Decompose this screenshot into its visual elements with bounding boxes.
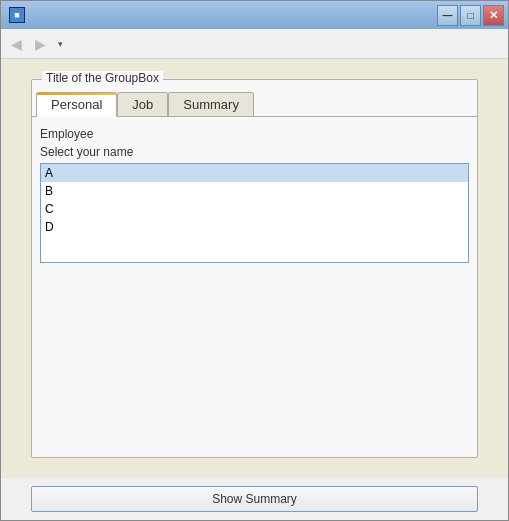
tab-active-indicator: [37, 93, 116, 95]
select-name-label: Select your name: [40, 145, 469, 159]
close-button[interactable]: ✕: [483, 5, 504, 26]
minimize-button[interactable]: —: [437, 5, 458, 26]
tab-job[interactable]: Job: [117, 92, 168, 116]
tab-content-personal: Employee Select your name A B C D: [32, 117, 477, 457]
maximize-button[interactable]: □: [460, 5, 481, 26]
list-item[interactable]: D: [41, 218, 468, 236]
groupbox-title: Title of the GroupBox: [42, 71, 163, 85]
employee-label: Employee: [40, 127, 469, 141]
back-button[interactable]: ◀: [5, 33, 27, 55]
name-listbox[interactable]: A B C D: [40, 163, 469, 263]
list-item[interactable]: A: [41, 164, 468, 182]
button-bar: Show Summary: [1, 478, 508, 520]
window: ■ — □ ✕ ◀ ▶ ▾ Title of the GroupBox Pers…: [0, 0, 509, 521]
list-item[interactable]: C: [41, 200, 468, 218]
title-bar: ■ — □ ✕: [1, 1, 508, 29]
show-summary-button[interactable]: Show Summary: [31, 486, 478, 512]
groupbox: Title of the GroupBox Personal Job Summa…: [31, 79, 478, 458]
tab-personal[interactable]: Personal: [36, 92, 117, 117]
list-item[interactable]: B: [41, 182, 468, 200]
tab-summary[interactable]: Summary: [168, 92, 254, 116]
content-area: Title of the GroupBox Personal Job Summa…: [1, 59, 508, 478]
nav-dropdown-button[interactable]: ▾: [53, 33, 67, 55]
forward-button[interactable]: ▶: [29, 33, 51, 55]
tab-bar: Personal Job Summary: [32, 88, 477, 117]
window-controls: — □ ✕: [437, 5, 504, 26]
app-icon: ■: [9, 7, 25, 23]
toolbar: ◀ ▶ ▾: [1, 29, 508, 59]
